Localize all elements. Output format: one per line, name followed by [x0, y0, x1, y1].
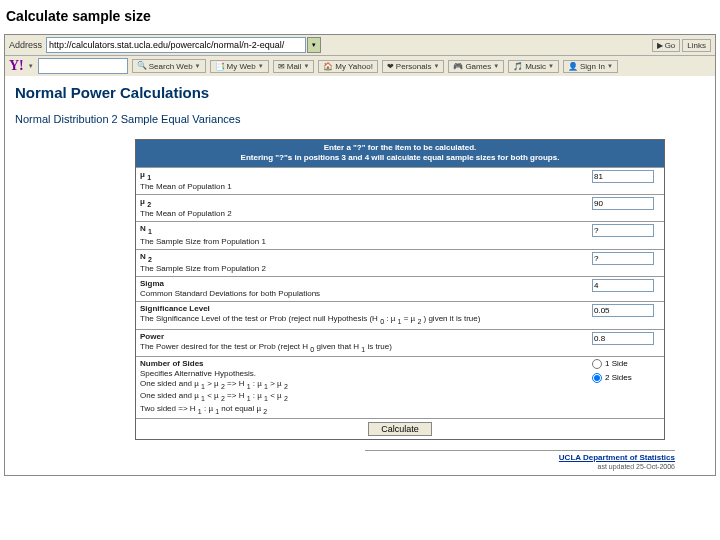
sides-title: Number of Sides — [140, 359, 204, 368]
address-dropdown-icon[interactable]: ▾ — [307, 37, 321, 53]
row-n2: N 2 The Sample Size from Population 2 — [136, 249, 664, 276]
radio-1side-label[interactable]: 1 Side — [592, 359, 661, 369]
go-button[interactable]: ▶ Go — [652, 39, 681, 52]
n1-desc: The Sample Size from Population 1 — [140, 237, 266, 246]
myweb-button[interactable]: 📑 My Web▼ — [210, 60, 269, 73]
footer-link[interactable]: UCLA Department of Statistics — [559, 453, 675, 462]
radio-1side[interactable] — [592, 359, 602, 369]
row-mu1: 1 The Mean of Population 1 — [136, 167, 664, 194]
mu1-input[interactable] — [592, 170, 654, 183]
address-bar: Address ▾ ▶ Go Links — [5, 35, 715, 56]
row-significance: Significance Level The Significance Leve… — [136, 301, 664, 328]
n2-desc: The Sample Size from Population 2 — [140, 264, 266, 273]
search-web-button[interactable]: 🔍Search Web▼ — [132, 59, 206, 73]
n2-input[interactable] — [592, 252, 654, 265]
power-desc: The Power desired for the test or Prob (… — [140, 342, 392, 351]
sig-desc: The Significance Level of the test or Pr… — [140, 314, 480, 323]
sig-input[interactable] — [592, 304, 654, 317]
mail-button[interactable]: ✉ Mail▼ — [273, 60, 315, 73]
calculate-row: Calculate — [136, 418, 664, 439]
personals-button[interactable]: ❤ Personals▼ — [382, 60, 445, 73]
page-title: Normal Power Calculations — [15, 84, 705, 101]
form-header-line2: Entering "?"s in positions 3 and 4 will … — [140, 153, 660, 163]
sigma-input[interactable] — [592, 279, 654, 292]
mu1-title: 1 — [140, 170, 151, 179]
footer-updated: ast updated 25-Oct-2006 — [598, 463, 675, 470]
sigma-title: Sigma — [140, 279, 164, 288]
sides-desc4: Two sided => H 1 : µ 1 not equal µ 2 — [140, 404, 267, 413]
calculate-button[interactable]: Calculate — [368, 422, 432, 436]
n1-input[interactable] — [592, 224, 654, 237]
yahoo-search-input[interactable] — [38, 58, 128, 74]
radio-2sides[interactable] — [592, 373, 602, 383]
slide-title: Calculate sample size — [0, 0, 720, 30]
signin-button[interactable]: 👤 Sign In▼ — [563, 60, 618, 73]
sigma-desc: Common Standard Deviations for both Popu… — [140, 289, 320, 298]
power-input[interactable] — [592, 332, 654, 345]
myyahoo-button[interactable]: 🏠 My Yahoo! — [318, 60, 378, 73]
row-mu2: 2 The Mean of Population 2 — [136, 194, 664, 221]
music-button[interactable]: 🎵 Music▼ — [508, 60, 559, 73]
address-label: Address — [9, 40, 42, 50]
browser-window: Address ▾ ▶ Go Links Y! ▼ 🔍Search Web▼ 📑… — [4, 34, 716, 476]
power-title: Power — [140, 332, 164, 341]
games-button[interactable]: 🎮 Games▼ — [448, 60, 504, 73]
row-sigma: Sigma Common Standard Deviations for bot… — [136, 276, 664, 301]
mu2-input[interactable] — [592, 197, 654, 210]
row-power: Power The Power desired for the test or … — [136, 329, 664, 356]
radio-2sides-label[interactable]: 2 Sides — [592, 373, 661, 383]
search-icon: 🔍 — [137, 61, 147, 71]
sides-desc2: One sided and µ 1 > µ 2 => H 1 : µ 1 > µ… — [140, 379, 288, 388]
row-n1: N 1 The Sample Size from Population 1 — [136, 221, 664, 248]
mu2-desc: The Mean of Population 2 — [140, 209, 232, 218]
n2-title: N 2 — [140, 252, 152, 261]
page-subtitle: Normal Distribution 2 Sample Equal Varia… — [15, 113, 705, 125]
mu1-desc: The Mean of Population 1 — [140, 182, 232, 191]
row-sides: Number of Sides Specifies Alternative Hy… — [136, 356, 664, 418]
mu2-title: 2 — [140, 197, 151, 206]
sides-desc3: One sided and µ 1 < µ 2 => H 1 : µ 1 < µ… — [140, 391, 288, 400]
sides-desc1: Specifies Alternative Hypothesis. — [140, 369, 256, 378]
links-button[interactable]: Links — [682, 39, 711, 52]
form-header-line1: Enter a "?" for the item to be calculate… — [140, 143, 660, 153]
n1-title: N 1 — [140, 224, 152, 233]
go-label: Go — [665, 41, 676, 50]
page-footer: UCLA Department of Statistics ast update… — [15, 440, 705, 471]
power-calc-form: Enter a "?" for the item to be calculate… — [135, 139, 665, 440]
page-content: Normal Power Calculations Normal Distrib… — [5, 76, 715, 475]
yahoo-toolbar: Y! ▼ 🔍Search Web▼ 📑 My Web▼ ✉ Mail▼ 🏠 My… — [5, 56, 715, 76]
yahoo-logo[interactable]: Y! — [9, 58, 24, 74]
yahoo-dropdown-icon[interactable]: ▼ — [28, 63, 34, 69]
address-input[interactable] — [46, 37, 306, 53]
form-header: Enter a "?" for the item to be calculate… — [136, 140, 664, 167]
sig-title: Significance Level — [140, 304, 210, 313]
